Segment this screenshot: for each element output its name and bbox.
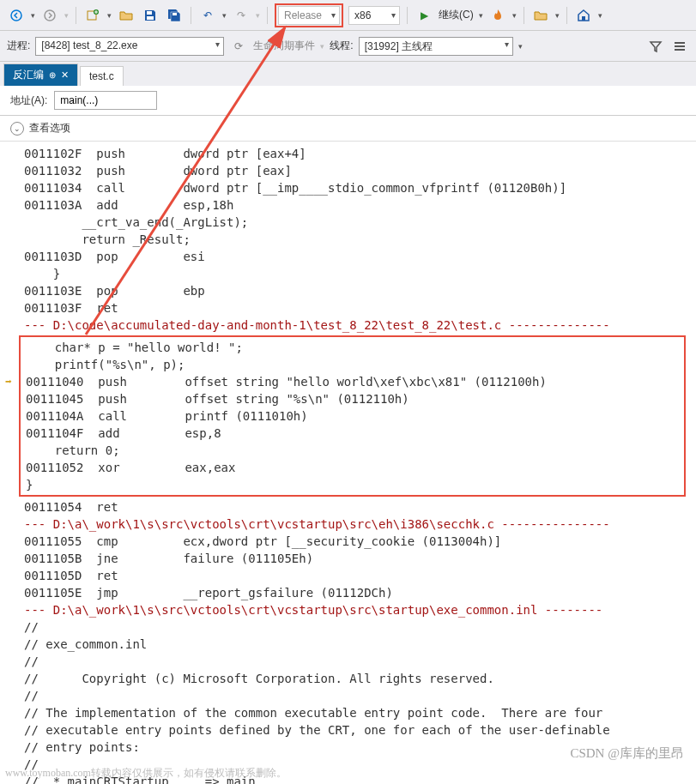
code-line: char* p = "hello world! "; bbox=[26, 339, 681, 356]
disassembly-view[interactable]: 0011102F push dword ptr [eax+4] 00111032… bbox=[0, 142, 696, 784]
process-label: 进程: bbox=[7, 39, 30, 53]
watermark-csdn: CSDN @库库的里昂 bbox=[570, 745, 684, 762]
dropdown-arrow-icon[interactable]: ▾ bbox=[555, 11, 560, 20]
code-line: return 0; bbox=[26, 442, 681, 459]
code-line: 0011103E pop ebp bbox=[24, 282, 696, 299]
svg-point-1 bbox=[45, 10, 55, 21]
dropdown-arrow-icon[interactable]: ▾ bbox=[107, 11, 112, 20]
close-icon[interactable]: ✕ bbox=[61, 69, 69, 81]
source-file-separator: --- D:\a\_work\1\s\src\vctools\crt\vcsta… bbox=[24, 516, 696, 533]
open-folder-icon[interactable] bbox=[117, 6, 136, 25]
platform-select[interactable]: x86 bbox=[348, 6, 400, 25]
code-line: // bbox=[24, 618, 696, 636]
code-line: ➡00111040 push offset string "hello worl… bbox=[26, 373, 681, 390]
code-line: printf("%s\n", p); bbox=[26, 356, 681, 373]
thread-label: 线程: bbox=[330, 39, 353, 53]
redo-icon[interactable]: ↷ bbox=[232, 6, 251, 25]
source-file-separator: --- D:\a\_work\1\s\src\vctools\crt\vcsta… bbox=[24, 601, 696, 618]
dropdown-arrow-icon[interactable]: ▾ bbox=[222, 11, 227, 20]
dropdown-arrow-icon[interactable]: ▾ bbox=[518, 42, 523, 51]
svg-rect-6 bbox=[172, 13, 177, 15]
code-line: } bbox=[26, 476, 681, 493]
dropdown-arrow-icon[interactable]: ▾ bbox=[479, 11, 483, 20]
code-line: // exe_common.inl bbox=[24, 636, 696, 653]
code-line: // Copyright (c) Microsoft Corporation. … bbox=[24, 670, 696, 687]
config-highlight-box: Release bbox=[275, 3, 343, 27]
code-line: return _Result; bbox=[24, 231, 696, 248]
save-all-icon[interactable] bbox=[165, 6, 184, 25]
code-line: 0011105E jmp __report_gsfailure (01112DC… bbox=[24, 584, 696, 601]
code-line: 0011102F push dword ptr [eax+4] bbox=[24, 145, 696, 162]
continue-button[interactable]: ▶ bbox=[415, 6, 433, 25]
code-line: 0011105D ret bbox=[24, 567, 696, 584]
svg-rect-8 bbox=[675, 42, 685, 44]
filter-icon[interactable] bbox=[646, 37, 665, 56]
svg-rect-9 bbox=[675, 45, 685, 47]
dropdown-arrow-icon: ▾ bbox=[320, 42, 324, 51]
home-icon[interactable] bbox=[574, 6, 593, 25]
code-line: 00111045 push offset string "%s\n" (0112… bbox=[26, 390, 681, 407]
svg-rect-10 bbox=[675, 49, 685, 51]
view-options-label: 查看选项 bbox=[29, 121, 70, 136]
main-toolbar: ▾ ▾ ▾ ↶ ▾ ↷ ▾ Release x86 ▶ 继续(C) ▾ ▾ ▾ … bbox=[0, 0, 696, 31]
code-line: 0011103D pop esi bbox=[24, 248, 696, 265]
tab-source-file[interactable]: test.c bbox=[80, 66, 124, 86]
highlighted-code-block: char* p = "hello world! "; printf("%s\n"… bbox=[19, 335, 686, 497]
hot-reload-icon[interactable] bbox=[488, 6, 507, 25]
code-line: 0011103A add esp,18h bbox=[24, 196, 696, 214]
svg-rect-5 bbox=[147, 16, 154, 20]
dropdown-arrow-icon[interactable]: ▾ bbox=[598, 11, 602, 20]
thread-select[interactable]: [31992] 主线程▾ bbox=[359, 37, 513, 56]
code-line: 0011104A call printf (0111010h) bbox=[26, 407, 681, 425]
code-line: 00111055 cmp ecx,dword ptr [__security_c… bbox=[24, 533, 696, 550]
code-line: } bbox=[24, 265, 696, 282]
code-line: 00111054 ret bbox=[24, 498, 696, 516]
tab-disassembly[interactable]: 反汇编 ⊕ ✕ bbox=[3, 63, 78, 86]
current-instruction-icon: ➡ bbox=[5, 373, 12, 390]
dropdown-arrow-icon[interactable]: ▾ bbox=[512, 11, 517, 20]
code-line: // The implementation of the common exec… bbox=[24, 704, 696, 721]
code-line: // executable entry points defined by th… bbox=[24, 721, 696, 739]
code-line: __crt_va_end(_ArgList); bbox=[24, 214, 696, 231]
address-input[interactable] bbox=[54, 91, 157, 110]
config-select[interactable]: Release bbox=[278, 6, 340, 25]
view-options-bar[interactable]: ⌄ 查看选项 bbox=[0, 116, 696, 142]
dropdown-arrow-icon[interactable]: ▾ bbox=[31, 11, 35, 20]
code-line: 0011104F add esp,8 bbox=[26, 425, 681, 442]
nav-back-icon[interactable] bbox=[7, 6, 26, 25]
dropdown-arrow-icon: ▾ bbox=[64, 11, 69, 20]
svg-rect-7 bbox=[582, 16, 585, 21]
undo-icon[interactable]: ↶ bbox=[198, 6, 217, 25]
lifecycle-icon[interactable]: ⟳ bbox=[229, 37, 248, 56]
lifecycle-label: 生命周期事件 bbox=[253, 39, 315, 53]
code-line: 00111052 xor eax,eax bbox=[26, 459, 681, 476]
debug-toolbar: 进程: [8428] test_8_22.exe▾ ⟳ 生命周期事件 ▾ 线程:… bbox=[0, 31, 696, 62]
new-item-icon[interactable] bbox=[83, 6, 102, 25]
svg-point-0 bbox=[11, 10, 21, 21]
watermark-source: www.toymoban.com转载内容仅供展示，如有侵权请联系删除。 bbox=[5, 766, 287, 781]
code-line: 0011105B jne failure (011105Eh) bbox=[24, 550, 696, 567]
continue-label[interactable]: 继续(C) bbox=[439, 8, 474, 22]
code-line: // bbox=[24, 687, 696, 704]
dropdown-arrow-icon: ▾ bbox=[256, 11, 260, 20]
code-line: 0011103F ret bbox=[24, 299, 696, 317]
code-line: 00111034 call dword ptr [__imp____stdio_… bbox=[24, 179, 696, 196]
folder-icon[interactable] bbox=[531, 6, 550, 25]
chevron-down-icon[interactable]: ⌄ bbox=[10, 122, 24, 136]
nav-fwd-icon[interactable] bbox=[40, 6, 59, 25]
code-line: 00111032 push dword ptr [eax] bbox=[24, 162, 696, 179]
save-icon[interactable] bbox=[141, 6, 160, 25]
source-file-separator: --- D:\code\accumulated-day-and-month-1\… bbox=[24, 317, 696, 334]
process-select[interactable]: [8428] test_8_22.exe▾ bbox=[35, 37, 224, 56]
stack-icon[interactable] bbox=[670, 37, 689, 56]
code-line: // bbox=[24, 653, 696, 670]
document-tabs: 反汇编 ⊕ ✕ test.c bbox=[0, 62, 696, 86]
pin-icon[interactable]: ⊕ bbox=[49, 70, 56, 80]
address-bar: 地址(A): bbox=[0, 86, 696, 116]
address-label: 地址(A): bbox=[10, 93, 47, 108]
svg-rect-4 bbox=[147, 11, 152, 15]
